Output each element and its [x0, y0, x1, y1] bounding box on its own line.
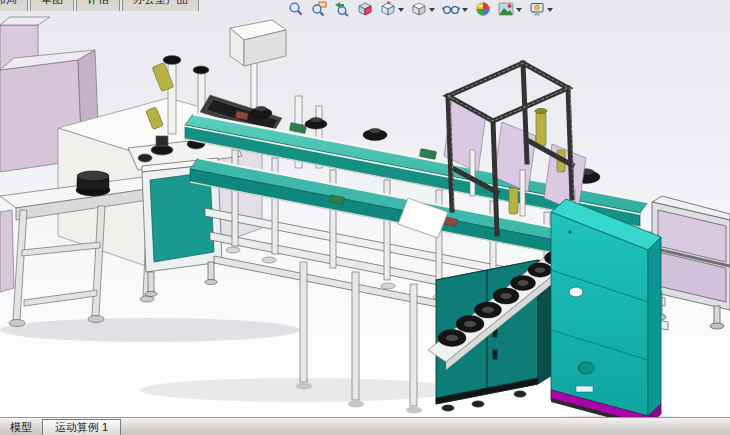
assembly-scene	[0, 0, 730, 417]
commandmanager-tabs: 布局 草图 评估 办公室产品	[0, 0, 201, 11]
tab-sketch[interactable]: 草图	[30, 0, 74, 11]
edit-appearance-icon	[475, 1, 491, 17]
solidworks-window: 布局 草图 评估 办公室产品	[0, 0, 730, 435]
dropdown-caret	[516, 8, 522, 12]
zoom-to-fit-icon	[288, 1, 304, 17]
view-orientation-icon	[380, 1, 396, 17]
dropdown-caret	[398, 8, 404, 12]
tab-office-products[interactable]: 办公室产品	[122, 0, 199, 11]
section-view-button[interactable]	[355, 0, 375, 18]
display-style-icon	[411, 1, 427, 17]
viewport-3d[interactable]	[0, 0, 730, 417]
tab-motion-study-1[interactable]: 运动算例 1	[42, 419, 121, 435]
tab-layout[interactable]: 布局	[0, 0, 28, 11]
display-style-button[interactable]	[409, 0, 437, 18]
heads-up-view-toolbar	[286, 0, 555, 18]
tab-evaluate[interactable]: 评估	[76, 0, 120, 11]
dropdown-caret	[429, 8, 435, 12]
view-orientation-button[interactable]	[378, 0, 406, 18]
section-view-icon	[357, 1, 373, 17]
lavender-frame-cabinet[interactable]	[652, 196, 730, 329]
apply-scene-icon	[498, 1, 514, 17]
black-roller-part	[76, 171, 110, 196]
zoom-to-area-button[interactable]	[309, 0, 329, 18]
apply-scene-button[interactable]	[496, 0, 524, 18]
edit-appearance-button[interactable]	[473, 0, 493, 18]
hide-show-items-button[interactable]	[440, 0, 470, 18]
hide-show-items-icon	[442, 1, 460, 17]
previous-view-icon	[334, 1, 350, 17]
dropdown-caret	[547, 8, 553, 12]
view-settings-icon	[529, 1, 545, 17]
dropdown-caret	[462, 8, 468, 12]
previous-view-button[interactable]	[332, 0, 352, 18]
tab-model[interactable]: 模型	[0, 419, 42, 435]
study-tab-bar: 模型 运动算例 1	[0, 417, 730, 435]
view-settings-button[interactable]	[527, 0, 555, 18]
zoom-to-area-icon	[311, 1, 327, 17]
cyan-electrical-cabinet[interactable]	[551, 199, 661, 417]
zoom-to-fit-button[interactable]	[286, 0, 306, 18]
